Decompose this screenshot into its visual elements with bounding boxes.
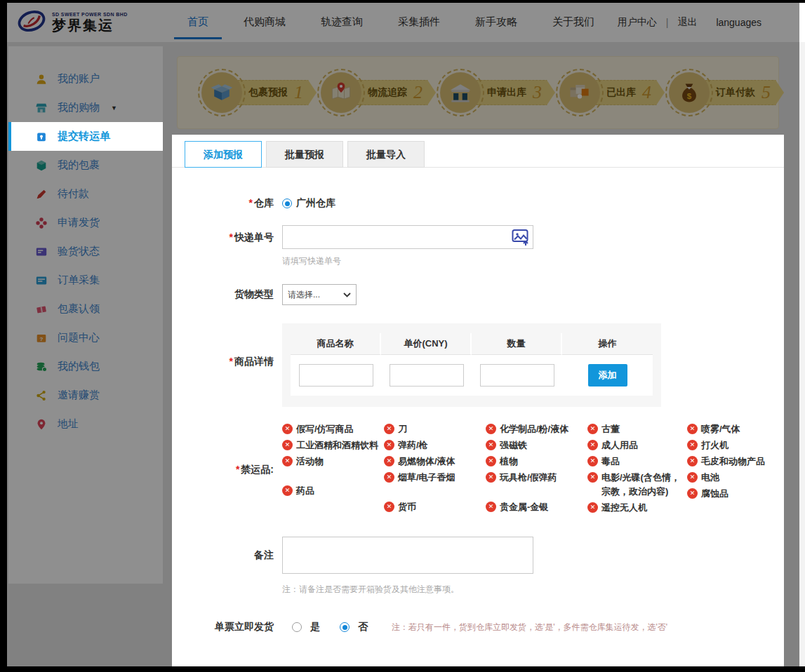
sidebar-item-pending-payment[interactable]: 待付款 xyxy=(8,180,163,208)
product-col-header: 操作 xyxy=(562,333,653,355)
prohibited-item-label: 化学制品/粉/液体 xyxy=(500,422,568,436)
remark-row: 备注 注：请备注是否需要开箱验货及其他注意事项。 xyxy=(180,537,784,596)
user-center-link[interactable]: 用户中心 xyxy=(618,16,657,29)
sidebar-item-label: 申请发货 xyxy=(58,216,100,229)
prohibited-item: ✕植物 xyxy=(486,455,587,469)
logo[interactable]: SD SWEET POWER SDN BHD 梦界集运 xyxy=(7,8,170,37)
prohibited-icon: ✕ xyxy=(384,472,394,483)
tracking-number-input[interactable] xyxy=(282,225,533,249)
prohibited-item: ✕腐蚀品 xyxy=(687,487,782,501)
logout-link[interactable]: 退出 xyxy=(677,16,697,29)
prohibited-item: ✕毛皮和动物产品 xyxy=(687,455,782,469)
prohibited-icon: ✕ xyxy=(282,456,293,466)
tab-batch-forecast[interactable]: 批量预报 xyxy=(266,141,343,168)
prohibited-item: ✕玩具枪/假弹药 xyxy=(486,471,587,485)
step-label: 订单付款 xyxy=(716,86,755,99)
prohibited-item: ✕药品 xyxy=(282,484,384,498)
user-icon xyxy=(35,73,48,86)
add-product-button[interactable]: 添加 xyxy=(588,364,627,387)
nav-item-home[interactable]: 首页 xyxy=(170,3,226,42)
caret-down-icon: ▼ xyxy=(111,105,117,112)
sidebar-item-inspection-status[interactable]: 验货状态 xyxy=(8,237,163,266)
ship-now-no-radio[interactable] xyxy=(340,622,350,632)
prohibited-icon: ✕ xyxy=(384,440,394,450)
sidebar-item-my-packages[interactable]: 我的包裹 xyxy=(8,151,163,180)
prohibited-icon: ✕ xyxy=(282,485,293,496)
ship-now-yes-radio[interactable] xyxy=(292,622,302,632)
nav-item-mall[interactable]: 代购商城 xyxy=(226,3,303,42)
step-tag: 物流追踪2 xyxy=(357,80,436,105)
tab-add-forecast[interactable]: 添加预报 xyxy=(185,141,262,168)
sidebar-item-my-account[interactable]: 我的账户 xyxy=(8,65,163,93)
prohibited-row: *禁运品: ✕假写/仿写商品✕工业酒精和酒精饮料✕活动物✕药品✕刀✕弹药/枪✕易… xyxy=(180,422,784,517)
store-icon xyxy=(35,102,48,114)
warehouse-row: *仓库 广州仓库 xyxy=(180,197,784,210)
prohibited-icon: ✕ xyxy=(282,440,293,450)
product-detail-row: *商品详情 商品名称单价(CNY)数量操作 添加 xyxy=(180,323,784,407)
sidebar-item-invite-reward[interactable]: 邀请赚赏 xyxy=(8,381,163,410)
sidebar-item-apply-shipping[interactable]: 申请发货 xyxy=(8,208,163,237)
sidebar-item-order-collection[interactable]: 订单采集 xyxy=(8,266,163,295)
tracking-number-helper: 请填写快递单号 xyxy=(282,255,533,267)
prohibited-item: ✕工业酒精和酒精饮料 xyxy=(282,438,384,452)
prohibited-icon: ✕ xyxy=(587,424,598,434)
step-number: 2 xyxy=(413,82,423,103)
step-out-icon xyxy=(559,72,600,113)
prohibited-item-label: 喷雾/气体 xyxy=(701,422,740,436)
cube-icon xyxy=(35,159,48,172)
sidebar-item-question-center[interactable]: ?问题中心 xyxy=(8,323,163,352)
nav-item-guide[interactable]: 新手攻略 xyxy=(458,3,535,42)
prohibited-item: ✕毒品 xyxy=(587,455,687,469)
sidebar-item-address[interactable]: 地址 xyxy=(8,410,163,438)
nav-item-tracking[interactable]: 轨迹查询 xyxy=(303,3,380,42)
ship-now-yes-label: 是 xyxy=(310,621,320,633)
sidebar-item-my-shopping[interactable]: 我的购物▼ xyxy=(8,93,163,122)
warehouse-radio[interactable] xyxy=(282,199,292,208)
remark-note: 注：请备注是否需要开箱验货及其他注意事项。 xyxy=(282,584,533,596)
prohibited-icon: ✕ xyxy=(486,502,496,512)
prohibited-column: ✕喷雾/气体✕打火机✕毛皮和动物产品✕电池✕腐蚀品 xyxy=(687,422,782,517)
logo-brand-name: 梦界集运 xyxy=(52,18,128,33)
prohibited-item: ✕喷雾/气体 xyxy=(687,422,782,436)
goods-type-select[interactable]: 请选择... xyxy=(282,284,357,305)
step-order-payment: $订单付款5 xyxy=(669,72,784,113)
sidebar-item-label: 验货状态 xyxy=(58,245,100,258)
step-label: 已出库 xyxy=(606,86,636,99)
sidebar-item-label: 我的账户 xyxy=(58,72,100,86)
prohibited-column: ✕假写/仿写商品✕工业酒精和酒精饮料✕活动物✕药品 xyxy=(282,422,384,517)
tab-batch-import[interactable]: 批量导入 xyxy=(347,141,425,168)
product-detail-label: *商品详情 xyxy=(180,356,274,368)
share-icon xyxy=(35,389,48,402)
sidebar-item-my-wallet[interactable]: 我的钱包 xyxy=(8,352,163,381)
content-area: 我的账户我的购物▼提交转运单我的包裹待付款申请发货验货状态订单采集包裹认领?问题… xyxy=(7,42,805,666)
prohibited-item-label: 电影/光碟(含色情，宗教，政治内容) xyxy=(601,471,681,499)
sidebar-item-submit-transfer[interactable]: 提交转运单 xyxy=(8,122,163,151)
nav-item-about[interactable]: 关于我们 xyxy=(535,3,612,42)
remark-textarea[interactable] xyxy=(282,537,533,574)
upload-image-icon[interactable] xyxy=(512,228,530,246)
product-price-input[interactable] xyxy=(390,364,464,387)
prohibited-icon: ✕ xyxy=(486,456,496,466)
nav-item-plugin[interactable]: 采集插件 xyxy=(380,3,458,42)
prohibited-column: ✕化学制品/粉/液体✕强磁铁✕植物✕玩具枪/假弹药✕贵金属-金银 xyxy=(486,422,587,517)
step-tag: 已出库4 xyxy=(596,80,665,105)
prohibited-item-label: 工业酒精和酒精饮料 xyxy=(296,438,378,452)
product-name-input[interactable] xyxy=(299,364,373,387)
goods-type-selected-value: 请选择... xyxy=(288,289,320,301)
prohibited-icon: ✕ xyxy=(587,440,598,450)
tab-bar: 添加预报批量预报批量导入 xyxy=(172,135,784,168)
prohibited-item-label: 烟草/电子香烟 xyxy=(398,471,455,485)
prohibited-item-label: 腐蚀品 xyxy=(701,487,729,501)
prohibited-item: ✕强磁铁 xyxy=(486,438,587,452)
browser-viewport: SD SWEET POWER SDN BHD 梦界集运 首页代购商城轨迹查询采集… xyxy=(7,3,805,666)
prohibited-item-label: 假写/仿写商品 xyxy=(296,422,354,436)
scrollbar[interactable] xyxy=(799,42,805,666)
sidebar-item-package-claim[interactable]: 包裹认领 xyxy=(8,295,163,323)
step-tag: 包裹预报1 xyxy=(238,80,317,105)
pin-icon xyxy=(35,418,48,431)
sidebar-item-label: 我的购物 xyxy=(58,101,100,114)
product-qty-input[interactable] xyxy=(480,364,554,387)
sidebar-item-label: 我的包裹 xyxy=(58,159,100,172)
sidebar-item-label: 问题中心 xyxy=(58,331,100,344)
language-link[interactable]: languages xyxy=(716,17,761,28)
